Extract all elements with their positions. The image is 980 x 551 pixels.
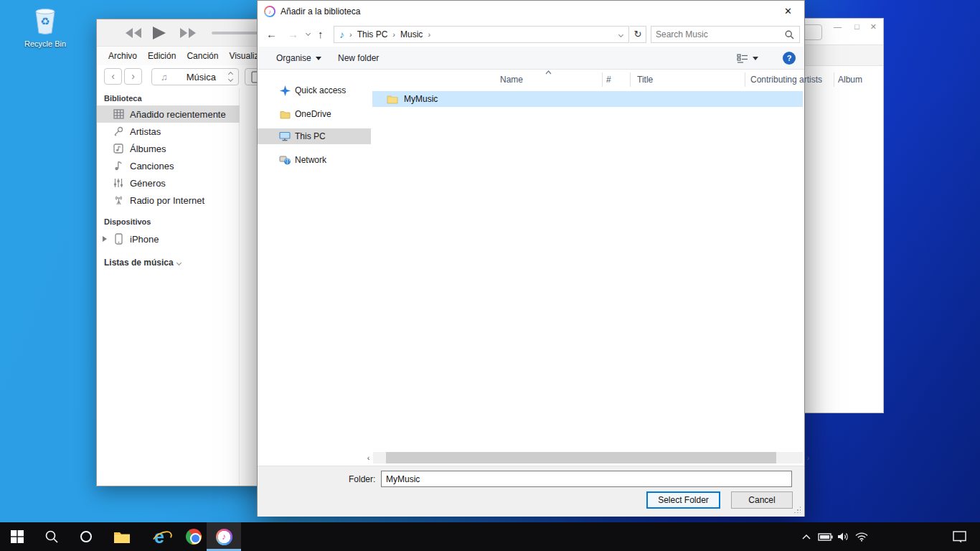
- sidebar-item-artists[interactable]: Artistas: [97, 123, 240, 140]
- dialog-title: Añadir a la biblioteca: [281, 1, 360, 22]
- menu-archivo[interactable]: Archivo: [108, 51, 137, 61]
- column-name[interactable]: Name: [500, 75, 523, 85]
- recycle-bin-desktop-icon[interactable]: ♻ Recycle Bin: [22, 6, 69, 48]
- disclosure-triangle-icon[interactable]: [103, 236, 107, 242]
- sidebar-item-songs[interactable]: Canciones: [97, 157, 240, 174]
- itunes-sidebar: Biblioteca Añadido recientemente Artista…: [97, 88, 240, 486]
- sidebar-item-iphone[interactable]: iPhone: [97, 230, 240, 248]
- cortana-button[interactable]: [69, 522, 103, 551]
- taskbar-search-button[interactable]: [34, 522, 69, 551]
- chrome-button[interactable]: [176, 522, 211, 551]
- nav-item-quick-access[interactable]: Quick access: [258, 83, 371, 98]
- chevron-down-icon: [753, 57, 758, 60]
- nav-item-this-pc[interactable]: This PC: [258, 128, 371, 144]
- spinner-icon: [229, 72, 232, 81]
- start-button[interactable]: [0, 522, 34, 551]
- address-box[interactable]: ♪ › This PC › Music ›: [334, 26, 629, 43]
- forward-button: →: [288, 28, 298, 41]
- minimize-icon[interactable]: —: [834, 22, 842, 31]
- sidebar-item-albums[interactable]: Álbumes: [97, 140, 240, 157]
- action-center-icon: [953, 531, 966, 543]
- nav-item-onedrive[interactable]: OneDrive: [258, 106, 371, 122]
- folder-name-input[interactable]: [381, 471, 792, 487]
- quick-access-star-icon: [279, 85, 291, 96]
- chrome-icon: [186, 529, 202, 545]
- up-button[interactable]: ↑: [318, 28, 324, 41]
- column-contributing-artists[interactable]: Contributing artists: [750, 75, 822, 85]
- itunes-logo-icon: ♪: [264, 6, 275, 17]
- address-dropdown-icon[interactable]: [618, 32, 623, 37]
- close-icon[interactable]: ✕: [870, 22, 877, 32]
- folder-label: Folder:: [349, 474, 375, 484]
- sort-ascending-icon: [545, 70, 552, 75]
- column-album[interactable]: Album: [838, 75, 862, 85]
- command-toolbar: Organise New folder ?: [258, 47, 804, 70]
- itunes-taskbar-button[interactable]: ♪: [207, 522, 241, 551]
- tray-wifi-button[interactable]: [851, 522, 872, 551]
- background-search-box: [802, 24, 822, 40]
- internet-explorer-button[interactable]: e: [142, 522, 176, 551]
- onedrive-folder-icon: [279, 110, 291, 119]
- file-name: MyMusic: [404, 94, 438, 104]
- itunes-back-button[interactable]: ‹: [104, 68, 122, 85]
- windows-logo-icon: [11, 530, 24, 543]
- breadcrumb-this-pc[interactable]: This PC: [357, 29, 388, 39]
- network-icon: [279, 155, 291, 165]
- cancel-button[interactable]: Cancel: [731, 491, 793, 509]
- battery-icon: [818, 533, 833, 541]
- new-folder-button[interactable]: New folder: [338, 47, 379, 70]
- scroll-right-arrow[interactable]: ›: [803, 452, 814, 463]
- address-bar-row: ← → ↑ ♪ › This PC › Music › ↻: [258, 22, 804, 47]
- tray-battery-button[interactable]: [815, 522, 835, 551]
- itunes-forward-button[interactable]: ›: [124, 68, 142, 85]
- media-type-selector[interactable]: ♫ Música: [151, 68, 239, 85]
- menu-edicion[interactable]: Edición: [148, 51, 176, 61]
- column-title[interactable]: Title: [637, 75, 653, 85]
- chevron-up-icon: [802, 534, 811, 540]
- iphone-icon: [113, 233, 124, 245]
- back-button[interactable]: ←: [266, 28, 277, 41]
- play-icon[interactable]: [150, 26, 167, 40]
- file-list-header: Name # Title Contributing artists Album: [371, 70, 804, 90]
- dialog-main-area: Quick access OneDrive This PC Network Na…: [258, 70, 804, 466]
- organise-button[interactable]: Organise: [276, 47, 321, 70]
- menu-cancion[interactable]: Canción: [187, 51, 218, 61]
- refresh-button[interactable]: ↻: [630, 26, 646, 43]
- maximize-icon[interactable]: □: [854, 22, 859, 31]
- search-input[interactable]: [656, 27, 778, 42]
- search-box[interactable]: [651, 26, 800, 43]
- file-explorer-icon: [113, 530, 131, 544]
- action-center-button[interactable]: [947, 522, 971, 551]
- view-mode-button[interactable]: [737, 47, 758, 70]
- nav-item-network[interactable]: Network: [258, 152, 371, 168]
- help-button[interactable]: ?: [783, 52, 796, 65]
- album-icon: [113, 143, 124, 154]
- fast-forward-icon[interactable]: [179, 26, 197, 40]
- close-button[interactable]: ✕: [772, 1, 804, 22]
- dialog-footer: Folder: Select Folder Cancel: [258, 466, 804, 517]
- sidebar-item-recently-added[interactable]: Añadido recientemente: [97, 105, 240, 123]
- search-icon[interactable]: [785, 30, 794, 39]
- media-selector-label: Música: [174, 72, 229, 83]
- song-note-icon: [113, 161, 124, 171]
- select-folder-button[interactable]: Select Folder: [646, 491, 720, 509]
- horizontal-scrollbar[interactable]: ‹ ›: [373, 452, 803, 463]
- sidebar-item-internet-radio[interactable]: Radio por Internet: [97, 192, 240, 209]
- sidebar-header-playlists[interactable]: Listas de música: [104, 258, 181, 268]
- column-number[interactable]: #: [606, 75, 611, 85]
- file-explorer-button[interactable]: [105, 522, 139, 551]
- chevron-down-icon: [176, 260, 182, 265]
- rewind-icon[interactable]: [124, 26, 143, 40]
- breadcrumb-music[interactable]: Music: [400, 29, 423, 39]
- recycle-bin-label: Recycle Bin: [22, 39, 69, 48]
- resize-grip[interactable]: [793, 506, 801, 513]
- file-row-mymusic[interactable]: MyMusic: [372, 91, 803, 107]
- taskbar: e ♪: [0, 522, 980, 551]
- scrollbar-thumb[interactable]: [386, 452, 776, 463]
- dialog-titlebar[interactable]: ♪ Añadir a la biblioteca ✕: [258, 1, 804, 22]
- tray-show-hidden-icons-button[interactable]: [798, 522, 815, 551]
- history-dropdown-icon[interactable]: [306, 31, 311, 36]
- sidebar-item-genres[interactable]: Géneros: [97, 174, 240, 192]
- recycle-bin-icon: ♻: [31, 6, 60, 36]
- scroll-left-arrow[interactable]: ‹: [363, 452, 374, 463]
